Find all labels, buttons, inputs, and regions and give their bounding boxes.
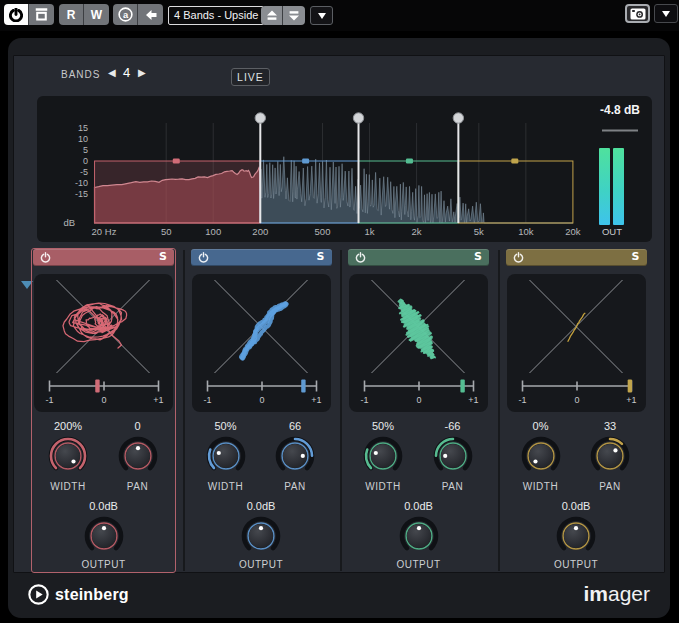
knob-graphic — [519, 434, 563, 478]
live-button[interactable]: LIVE — [231, 68, 270, 86]
bands-count-value[interactable]: 4 — [123, 65, 130, 80]
band-gain-handle[interactable] — [406, 159, 413, 164]
knob-graphic — [431, 434, 475, 478]
preset-field[interactable]: 4 Bands - Upside Down — [168, 6, 264, 25]
band-panel-4[interactable]: S-10+10%33WIDTHPAN0.0dBOUTPUT — [505, 248, 648, 571]
correlation-handle[interactable] — [627, 380, 631, 393]
scope-scale-label: 0 — [259, 395, 264, 405]
switch-group: a — [113, 4, 163, 25]
write-automation-button[interactable]: W — [84, 4, 109, 25]
bands-increment-button[interactable]: ▶ — [138, 67, 146, 78]
knob-graphic — [46, 434, 90, 478]
arrow-left-icon — [144, 9, 158, 21]
band-solo-button[interactable]: S — [159, 250, 167, 263]
band-2-vectorscope[interactable]: -10+1 — [192, 274, 331, 412]
band-panel-1[interactable]: S-10+1200%0WIDTHPAN0.0dBOUTPUT — [32, 248, 175, 571]
width-label: WIDTH — [191, 481, 261, 492]
bands-decrement-button[interactable]: ◀ — [108, 67, 116, 78]
width-label: WIDTH — [33, 481, 103, 492]
band-power-icon[interactable] — [355, 252, 366, 263]
svg-text:-5: -5 — [80, 167, 88, 177]
band-1-vectorscope[interactable]: -10+1 — [34, 274, 173, 412]
band-separator — [498, 250, 500, 571]
output-knob[interactable] — [397, 514, 441, 558]
vectorscope-graphic: -10+1 — [192, 274, 331, 412]
knob-graphic — [588, 434, 632, 478]
band-solo-button[interactable]: S — [632, 250, 640, 263]
knob-graphic — [239, 514, 283, 558]
pan-label: PAN — [260, 481, 330, 492]
band-power-icon[interactable] — [40, 252, 51, 263]
band-gain-handle[interactable] — [511, 159, 518, 164]
knob-graphic — [204, 434, 248, 478]
snapshot-button[interactable] — [625, 4, 650, 23]
crossover-handle-knob[interactable] — [453, 113, 463, 123]
steinberg-logo-icon — [28, 584, 49, 605]
next-preset-button[interactable] — [283, 6, 305, 25]
band-separator — [183, 250, 185, 571]
band-1-header[interactable]: S — [33, 249, 174, 266]
band-solo-button[interactable]: S — [474, 250, 482, 263]
ab-compare-button[interactable]: a — [113, 4, 138, 25]
window-menu-button[interactable] — [654, 4, 678, 23]
band-gain-handle[interactable] — [173, 159, 180, 164]
out-meter-bar-left — [599, 148, 610, 225]
correlation-handle[interactable] — [460, 380, 464, 393]
output-level-readout: -4.8 dB — [600, 103, 640, 117]
band-3-vectorscope[interactable]: -10+1 — [349, 274, 488, 412]
svg-text:200: 200 — [252, 226, 268, 237]
copy-ab-button[interactable] — [138, 4, 163, 25]
output-knob[interactable] — [82, 514, 126, 558]
band-2-header[interactable]: S — [191, 249, 332, 266]
correlation-handle[interactable] — [301, 380, 305, 393]
width-knob[interactable] — [204, 434, 248, 478]
read-automation-button[interactable]: R — [59, 4, 84, 25]
svg-text:1k: 1k — [365, 226, 375, 237]
plugin-content: BANDS ◀ 4 ▶ LIVE 151050-5-10-15dB20 Hz50… — [13, 55, 665, 573]
band-4-vectorscope[interactable]: -10+1 — [507, 274, 646, 412]
svg-text:OUT: OUT — [602, 226, 622, 237]
width-value: 200% — [33, 420, 103, 432]
a-setting-icon: a — [118, 7, 133, 22]
crossover-handle-knob[interactable] — [255, 113, 265, 123]
scope-scale-label: 0 — [416, 395, 421, 405]
band-solo-button[interactable]: S — [317, 250, 325, 263]
crossover-handle-knob[interactable] — [353, 113, 363, 123]
product-name: imager — [583, 582, 650, 606]
scope-scale-label: -1 — [45, 395, 53, 405]
band-panel-2[interactable]: S-10+150%66WIDTHPAN0.0dBOUTPUT — [190, 248, 333, 571]
pan-value: 33 — [575, 420, 645, 432]
spectrum-display[interactable]: 151050-5-10-15dB20 Hz501002005001k2k5k10… — [37, 96, 652, 242]
band-power-icon[interactable] — [198, 252, 209, 263]
preset-step-group — [261, 6, 305, 25]
output-knob[interactable] — [554, 514, 598, 558]
scope-scale-label: -1 — [360, 395, 368, 405]
width-knob[interactable] — [46, 434, 90, 478]
width-knob[interactable] — [519, 434, 563, 478]
previous-preset-button[interactable] — [261, 6, 283, 25]
band-gain-handle[interactable] — [302, 159, 309, 164]
scope-scale-label: +1 — [626, 395, 636, 405]
bypass-button[interactable] — [29, 4, 54, 25]
bands-area: S-10+1200%0WIDTHPAN0.0dBOUTPUTS-10+150%6… — [14, 248, 666, 573]
band-4-header[interactable]: S — [506, 249, 647, 266]
preset-menu-button[interactable] — [310, 6, 333, 25]
chevron-down-icon — [662, 11, 670, 17]
width-value: 50% — [348, 420, 418, 432]
svg-text:2k: 2k — [412, 226, 422, 237]
pan-knob[interactable] — [588, 434, 632, 478]
pan-knob[interactable] — [273, 434, 317, 478]
plugin-window: BANDS ◀ 4 ▶ LIVE 151050-5-10-15dB20 Hz50… — [8, 38, 670, 618]
width-knob[interactable] — [361, 434, 405, 478]
band-power-icon[interactable] — [513, 252, 524, 263]
activate-button[interactable] — [4, 4, 29, 25]
band-panel-3[interactable]: S-10+150%-66WIDTHPAN0.0dBOUTPUT — [347, 248, 490, 571]
pan-label: PAN — [418, 481, 488, 492]
pan-knob[interactable] — [116, 434, 160, 478]
svg-text:a: a — [122, 10, 128, 20]
svg-text:10k: 10k — [518, 226, 534, 237]
pan-knob[interactable] — [431, 434, 475, 478]
correlation-handle[interactable] — [95, 380, 99, 393]
output-knob[interactable] — [239, 514, 283, 558]
band-3-header[interactable]: S — [348, 249, 489, 266]
